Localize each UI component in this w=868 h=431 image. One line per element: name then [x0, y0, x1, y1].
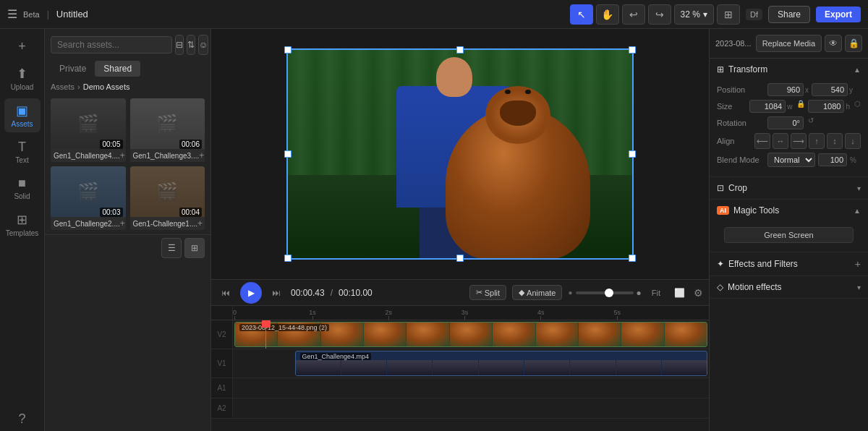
- align-right-btn[interactable]: ⟶: [791, 133, 807, 149]
- layout-tool[interactable]: ⊞: [717, 4, 740, 25]
- sidebar-item-add[interactable]: +: [4, 35, 41, 59]
- rotation-inputs: ↺: [767, 116, 861, 129]
- sidebar-item-text[interactable]: T Text: [4, 135, 41, 168]
- size-lock-icon[interactable]: 🔒: [796, 100, 805, 113]
- text-label: Text: [15, 156, 28, 164]
- zoom-controls: ● ●: [568, 288, 641, 298]
- asset-item[interactable]: 🎬 00:05 Gen1_Challenge4.... +: [51, 98, 126, 162]
- animate-button[interactable]: ◆ Animate: [512, 285, 562, 300]
- track-content-a2: [233, 398, 709, 418]
- list-view-btn[interactable]: ☰: [161, 238, 182, 258]
- lock-button[interactable]: 🔒: [845, 35, 862, 52]
- sidebar-item-templates[interactable]: ⊞ Templates: [4, 208, 41, 242]
- align-center-h-btn[interactable]: ↔: [773, 133, 788, 149]
- hand-tool[interactable]: ✋: [596, 4, 619, 25]
- transform-header[interactable]: ⊞ Transform ▲: [710, 59, 868, 80]
- breadcrumb-root[interactable]: Assets: [51, 82, 75, 91]
- position-y-input[interactable]: [812, 83, 848, 96]
- solid-label: Solid: [14, 192, 30, 200]
- tl-skip-start[interactable]: ⏮: [217, 284, 234, 302]
- position-x-input[interactable]: [767, 83, 804, 96]
- redo-btn[interactable]: ↪: [648, 4, 671, 25]
- align-buttons: ⟵ ↔ ⟶ ↑ ↕ ↓: [754, 133, 861, 149]
- undo-btn[interactable]: ↩: [622, 4, 645, 25]
- clip-v1[interactable]: Gen1_Challenge4.mp4: [295, 351, 707, 376]
- size-w-input[interactable]: [749, 100, 786, 113]
- effects-header[interactable]: ✦ Effects and Filters +: [710, 252, 868, 276]
- asset-add-icon[interactable]: +: [199, 150, 204, 161]
- effects-title: ✦ Effects and Filters: [717, 259, 798, 269]
- track-content-a1: [233, 378, 709, 398]
- export-button[interactable]: Export: [816, 7, 861, 22]
- sidebar-item-assets[interactable]: ▣ Assets: [4, 98, 41, 132]
- clip-name-v2: 2023-08-12_15-44-48.png (2): [239, 324, 329, 331]
- rp-actions: Replace Media 👁 🔒: [756, 35, 862, 52]
- asset-item[interactable]: 🎬 00:03 Gen1_Challenge2.... +: [51, 166, 126, 230]
- upload-label: Upload: [11, 83, 34, 91]
- pointer-tool[interactable]: ↖: [570, 4, 593, 25]
- motion-toggle[interactable]: ▾: [857, 283, 861, 291]
- share-button[interactable]: Share: [768, 6, 810, 23]
- effects-add-button[interactable]: +: [855, 258, 861, 270]
- transform-toggle[interactable]: ▲: [854, 66, 861, 74]
- sidebar-item-help[interactable]: ?: [4, 407, 41, 431]
- sidebar-item-solid[interactable]: ■ Solid: [4, 171, 41, 205]
- effects-icon: ✦: [717, 259, 724, 269]
- asset-name: Gen1_Challenge4.... +: [51, 149, 126, 162]
- align-left-btn[interactable]: ⟵: [754, 133, 770, 149]
- tab-private[interactable]: Private: [51, 61, 95, 77]
- align-bottom-btn[interactable]: ↓: [845, 133, 861, 149]
- size-s-icon[interactable]: ⬡: [854, 100, 861, 113]
- split-button[interactable]: ✂ Split: [469, 285, 506, 300]
- search-input[interactable]: [51, 36, 172, 54]
- tab-shared[interactable]: Shared: [95, 61, 140, 77]
- replace-media-button[interactable]: Replace Media: [756, 35, 822, 52]
- size-h-input[interactable]: [808, 100, 844, 113]
- zoom-control[interactable]: 32 % ▾: [674, 4, 714, 25]
- transform-section: ⊞ Transform ▲ Position x: [710, 59, 868, 177]
- asset-item[interactable]: 🎬 00:04 Gen1-Challenge1.... +: [130, 166, 205, 230]
- menu-icon[interactable]: ☰: [7, 7, 17, 21]
- green-screen-button[interactable]: Green Screen: [724, 227, 854, 243]
- align-center-v-btn[interactable]: ↕: [827, 133, 843, 149]
- motion-section: ◇ Motion effects ▾: [710, 276, 868, 299]
- emoji-button[interactable]: ☺: [198, 35, 208, 55]
- track-content-v2: 2023-08-12_15-44-48.png (2): [233, 320, 709, 349]
- magic-tools-toggle[interactable]: ▲: [854, 207, 861, 215]
- crop-header[interactable]: ⊡ Crop ▾: [710, 177, 868, 199]
- crop-toggle[interactable]: ▾: [857, 184, 861, 192]
- rotation-reset-icon[interactable]: ↺: [808, 116, 814, 129]
- motion-header[interactable]: ◇ Motion effects ▾: [710, 276, 868, 298]
- app-title[interactable]: Untitled: [56, 9, 88, 20]
- aspect-ratio-btn[interactable]: ⬜: [671, 284, 688, 302]
- settings-icon[interactable]: ⚙: [694, 287, 703, 299]
- clip-v2[interactable]: 2023-08-12_15-44-48.png (2): [234, 322, 707, 347]
- templates-label: Templates: [6, 229, 39, 237]
- sidebar-item-upload[interactable]: ⬆ Upload: [4, 61, 41, 95]
- zoom-value: 32 %: [681, 9, 700, 20]
- add-icon: +: [18, 39, 26, 54]
- grid-view-btn[interactable]: ⊞: [184, 238, 205, 258]
- sort-button[interactable]: ⇅: [187, 35, 195, 55]
- visibility-button[interactable]: 👁: [825, 35, 842, 52]
- blend-mode-select[interactable]: Normal: [767, 153, 815, 167]
- asset-add-icon[interactable]: +: [120, 150, 125, 161]
- rotation-input[interactable]: [767, 116, 804, 129]
- effects-section: ✦ Effects and Filters +: [710, 252, 868, 276]
- magic-tools-header[interactable]: AI Magic Tools ▲: [710, 200, 868, 221]
- asset-item[interactable]: 🎬 00:06 Gen1_Challenge3.... +: [130, 98, 205, 162]
- zoom-slider[interactable]: [576, 291, 634, 294]
- opacity-percent-label: %: [850, 156, 856, 164]
- play-button[interactable]: ▶: [240, 282, 262, 304]
- position-row: Position x y: [717, 83, 861, 96]
- tl-skip-end[interactable]: ⏭: [268, 284, 285, 302]
- asset-duration: 00:04: [179, 208, 202, 217]
- magic-tools-content: Green Screen: [710, 221, 868, 252]
- filter-button[interactable]: ⊟: [175, 35, 184, 55]
- size-row: Size w 🔒 h ⬡: [717, 100, 861, 113]
- align-top-btn[interactable]: ↑: [809, 133, 825, 149]
- asset-add-icon[interactable]: +: [197, 218, 203, 229]
- fit-button[interactable]: Fit: [647, 287, 665, 299]
- asset-add-icon[interactable]: +: [120, 218, 125, 229]
- opacity-input[interactable]: [818, 153, 847, 166]
